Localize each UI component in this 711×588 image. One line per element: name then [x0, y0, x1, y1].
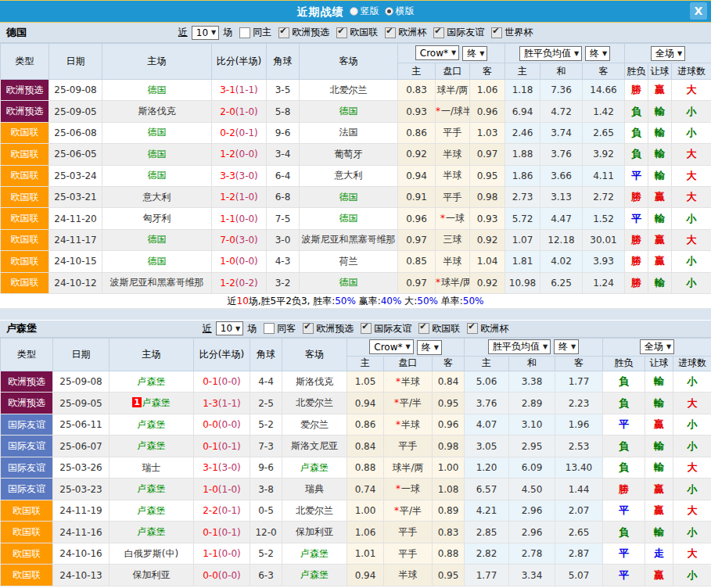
avg-draw-odds: 4.02 [540, 251, 583, 272]
avg-home-odds: 1.81 [505, 251, 540, 272]
result-outcome: 勝 [625, 251, 648, 272]
away-team-name: 斯洛伐克 [296, 376, 333, 387]
match-score: 0-2(0-1) [212, 122, 267, 143]
avg-home-odds: 2.85 [465, 522, 509, 543]
result-outcome: 平 [603, 414, 645, 436]
match-row: 欧国联24-10-15德国1-0(0-0)4-3荷兰0.85半球1.041.81… [1, 251, 711, 272]
match-date: 25-06-05 [49, 144, 102, 165]
match-corners: 6-4 [267, 165, 300, 186]
full-match-dropdown[interactable]: 全场▼ [640, 339, 674, 354]
match-corners: 7-5 [267, 208, 300, 229]
competition-checkbox[interactable]: ✔ [361, 323, 372, 334]
match-row: 欧国联24-11-16卢森堡0-1(0-1)12-0保加利亚1.06平手0.83… [1, 522, 711, 543]
same-side-checkbox[interactable] [239, 27, 250, 38]
odds-final-dropdown[interactable]: 终▼ [462, 46, 487, 61]
competition-checkbox[interactable]: ✔ [467, 323, 478, 334]
competition-checkbox[interactable]: ✔ [433, 27, 444, 38]
odds-source-dropdown[interactable]: Crow*▼ [369, 339, 413, 354]
match-corners: 9-6 [250, 457, 282, 479]
avg-home-odds: 2.73 [505, 186, 540, 207]
col-header-handicap-result: 让球 [645, 356, 673, 371]
col-header-type: 类型 [1, 44, 49, 80]
match-home-team: 瑞士 [110, 457, 194, 479]
avg-away-odds: 1.44 [555, 479, 603, 500]
near-link[interactable]: 近 [178, 26, 188, 39]
odds-home: 0.94 [347, 565, 384, 586]
halftime-score: (3-0) [235, 170, 258, 181]
avg-draw-odds: 3.38 [509, 371, 555, 393]
result-outcome: 負 [603, 457, 645, 479]
avg-final-dropdown[interactable]: 终▼ [554, 339, 579, 354]
match-score: 3-1(3-0) [194, 457, 250, 479]
home-team-name: 斯洛伐克 [138, 106, 176, 117]
match-score: 1-2(0-0) [212, 144, 267, 165]
avg-home-odds: 1.88 [505, 144, 540, 165]
result-goals: 小 [672, 272, 711, 293]
radio-icon [385, 7, 393, 16]
near-link[interactable]: 近 [203, 322, 212, 335]
avg-draw-odds: 4.47 [540, 208, 583, 229]
home-team-name: 波斯尼亚和黑塞哥维那 [110, 277, 204, 288]
match-away-team: 卢森堡 [282, 565, 347, 586]
avg-dropdown[interactable]: 胜平负均值▼ [488, 339, 551, 354]
match-away-team: 斯洛文尼亚 [282, 436, 347, 457]
match-corners: 9-6 [267, 122, 300, 143]
col-header-result: 胜负 [625, 63, 648, 80]
close-button[interactable]: X [690, 2, 707, 20]
competition-checkbox[interactable]: ✔ [385, 27, 396, 38]
competition-checkbox[interactable]: ✔ [491, 27, 502, 38]
results-table: 类型日期主场比分(半场)角球客场Crow*▼终▼胜平负均值▼终▼全场▼主盘口客主… [0, 338, 711, 586]
away-team-name: 卢森堡 [300, 548, 329, 559]
avg-draw-odds: 6.25 [540, 272, 583, 293]
games-count-select[interactable]: 10▼ [216, 321, 243, 335]
odds-away: 0.96 [433, 414, 465, 436]
competition-checkbox[interactable]: ✔ [418, 323, 429, 334]
match-type: 欧洲预选 [1, 393, 53, 414]
summary-part: 大: [401, 296, 417, 307]
match-row: 欧洲预选25-09-05斯洛伐克2-0(1-0)5-8德国0.93*一/球半0.… [1, 101, 711, 122]
result-handicap: 輸 [648, 122, 672, 143]
avg-away-odds: 2.53 [555, 436, 603, 457]
same-side-checkbox[interactable] [264, 323, 275, 334]
fulltime-score: 3-1 [203, 462, 218, 473]
result-goals: 大 [673, 457, 711, 479]
handicap-line: 半球 [443, 170, 462, 181]
avg-home-odds: 1.18 [505, 80, 540, 101]
halftime-score: (1-1) [218, 398, 241, 409]
games-count-select[interactable]: 10▼ [192, 26, 219, 40]
match-home-team: 白俄罗斯(中) [110, 543, 194, 565]
competition-checkbox[interactable]: ✔ [336, 27, 347, 38]
competition-checkbox[interactable]: ✔ [303, 323, 314, 334]
avg-dropdown[interactable]: 胜平负均值▼ [519, 46, 582, 61]
match-date: 24-10-16 [53, 543, 110, 565]
chevron-down-icon: ▼ [677, 50, 682, 57]
halftime-score: (0-0) [218, 570, 241, 581]
home-team-name: 卢森堡 [138, 483, 166, 494]
home-team-name: 德国 [148, 127, 167, 138]
avg-away-odds: 2.07 [555, 500, 603, 522]
full-match-dropdown[interactable]: 全场▼ [651, 46, 685, 61]
odds-source-dropdown[interactable]: Crow*▼ [415, 45, 459, 60]
avg-away-odds: 2.23 [555, 393, 603, 414]
fulltime-score: 1-0 [220, 256, 235, 267]
match-home-team: 1卢森堡 [110, 393, 194, 414]
odds-source-dropdown-value: Crow* [374, 342, 402, 353]
avg-final-dropdown[interactable]: 终▼ [585, 46, 610, 61]
result-outcome: 平 [625, 165, 648, 186]
odds-handicap: *一/球半 [436, 101, 470, 122]
result-goals: 小 [673, 436, 711, 457]
games-count-value: 10 [196, 27, 208, 38]
home-team-name: 保加利亚 [133, 569, 171, 580]
odds-final-dropdown[interactable]: 终▼ [417, 340, 442, 355]
competition-checkbox[interactable]: ✔ [278, 27, 289, 38]
layout-radio-option[interactable]: 竖版 [350, 5, 379, 18]
layout-radio-selected[interactable]: 横版 [385, 5, 415, 18]
handicap-line: 平/半 [400, 505, 422, 516]
chevron-down-icon: ▼ [571, 343, 576, 350]
odds-home: 1.00 [347, 500, 384, 522]
match-corners: 3-2 [267, 272, 300, 293]
match-date: 24-10-12 [49, 272, 102, 293]
home-team-name: 卢森堡 [138, 440, 166, 451]
match-away-team: 北爱尔兰 [282, 393, 347, 414]
halftime-score: (0-2) [235, 278, 258, 289]
